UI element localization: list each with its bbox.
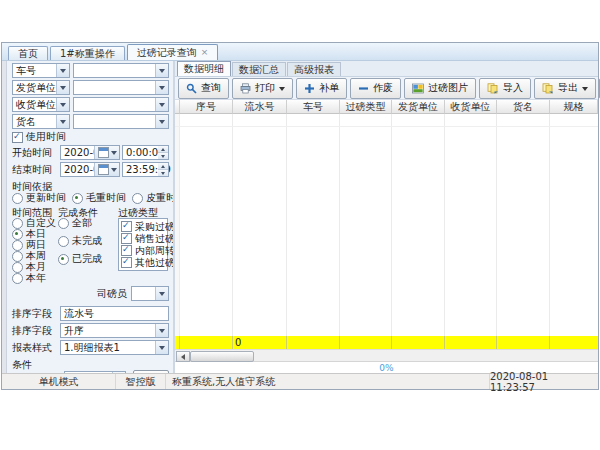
chevron-down-icon[interactable] <box>56 98 69 111</box>
sort-order-row: 排序字段 升序 <box>12 323 169 338</box>
filter-field-select-receiver[interactable]: 收货单位 <box>12 97 70 112</box>
filter-value-select-receiver[interactable] <box>73 97 169 112</box>
spin-up-icon <box>158 163 168 170</box>
query-button[interactable]: 查询 <box>178 78 229 99</box>
end-time-spinner[interactable] <box>158 162 169 177</box>
radio-icon <box>58 218 69 229</box>
radio-icon <box>12 273 23 284</box>
column-header[interactable]: 发货单位 <box>392 100 445 114</box>
export-button-label: 导出 <box>558 81 578 95</box>
column-header[interactable]: 流水号 <box>233 100 287 114</box>
sort-field-input[interactable]: 流水号 <box>60 306 169 321</box>
export-button[interactable]: 导出 <box>534 78 596 99</box>
chevron-down-icon[interactable] <box>112 372 125 373</box>
column-header[interactable]: 车号 <box>287 100 340 114</box>
completion-option[interactable]: 未完成 <box>58 236 118 246</box>
column-header[interactable]: 收货单位 <box>445 100 497 114</box>
sort-field-value: 流水号 <box>64 307 94 321</box>
import-button[interactable]: 导入 <box>479 78 531 99</box>
use-time-checkbox[interactable] <box>12 132 23 143</box>
time-basis-option[interactable]: 更新时间 <box>12 193 66 203</box>
supplement-order-button[interactable]: 补单 <box>296 78 347 99</box>
printer-icon <box>240 83 251 94</box>
column-header[interactable]: 货名 <box>497 100 550 114</box>
end-time-input[interactable]: 23:59:59 <box>122 162 158 177</box>
checkbox-icon <box>121 221 132 232</box>
weigh-type-option[interactable]: 内部周转 <box>121 245 165 256</box>
chevron-down-icon[interactable] <box>56 115 69 128</box>
chevron-down-icon[interactable] <box>155 287 168 300</box>
report-style-row: 报表样式 1.明细报表1 <box>12 340 169 355</box>
time-basis-options: 更新时间 毛重时间 皮重时间 <box>12 193 169 204</box>
chevron-down-icon[interactable] <box>155 98 168 111</box>
summary-cell <box>392 336 445 349</box>
spin-down-icon <box>158 170 168 176</box>
start-date-picker[interactable]: 2020-08-01 <box>60 145 120 160</box>
weigh-type-option[interactable]: 销售过磅 <box>121 233 165 244</box>
time-range-group: 时间范围 自定义 本日 两日 本周 本月 本年 <box>12 206 58 284</box>
sort-order-select[interactable]: 升序 <box>60 323 169 338</box>
summary-cell <box>550 336 598 349</box>
filter-field-select-goods[interactable]: 货名 <box>12 114 70 129</box>
column-header[interactable]: 过磅类型 <box>340 100 392 114</box>
close-icon[interactable]: × <box>201 48 209 57</box>
chevron-down-icon[interactable] <box>155 341 168 354</box>
filter-value-select-shipper[interactable] <box>73 80 169 95</box>
column-header[interactable]: 序号 <box>180 100 233 114</box>
filter-row-shipper: 发货单位 <box>12 80 169 95</box>
end-date-picker[interactable]: 2020-08-01 <box>60 162 120 177</box>
option-label: 全部 <box>72 216 92 230</box>
tab-data-detail[interactable]: 数据明细 <box>177 61 231 76</box>
completion-option[interactable]: 已完成 <box>58 254 118 264</box>
void-button[interactable]: 作废 <box>350 78 401 99</box>
tab-label: 数据汇总 <box>239 63 279 77</box>
report-style-select[interactable]: 1.明细报表1 <box>60 340 169 355</box>
chevron-down-icon[interactable] <box>56 64 69 77</box>
filter-field-select-vehicle[interactable]: 车号 <box>12 63 70 78</box>
scroll-left-arrow-icon[interactable] <box>176 351 190 362</box>
calendar-icon[interactable] <box>94 146 119 159</box>
start-time-row: 开始时间 2020-08-01 0:00:00 <box>12 145 169 160</box>
chevron-down-icon[interactable] <box>155 64 168 77</box>
weigh-photos-button[interactable]: 过磅图片 <box>404 78 476 99</box>
filter-field-select-shipper[interactable]: 发货单位 <box>12 80 70 95</box>
start-time-input[interactable]: 0:00:00 <box>122 145 158 160</box>
option-label: 毛重时间 <box>86 191 126 205</box>
time-basis-option[interactable]: 毛重时间 <box>72 193 126 203</box>
scale-operator-select[interactable] <box>131 286 169 301</box>
calendar-icon[interactable] <box>94 163 119 176</box>
horizontal-scrollbar[interactable] <box>175 349 598 361</box>
tab-weigh-record-query[interactable]: 过磅记录查询 × <box>127 44 219 60</box>
tab-advanced-report[interactable]: 高级报表 <box>287 62 341 76</box>
main-tab-bar: 首页 1#称重操作 过磅记录查询 × <box>2 43 598 61</box>
chevron-down-icon[interactable] <box>155 115 168 128</box>
scrollbar-thumb[interactable] <box>190 351 254 362</box>
status-edition: 智控版 <box>116 374 166 389</box>
print-button[interactable]: 打印 <box>232 78 293 99</box>
checkbox-icon <box>121 233 132 244</box>
start-time-label: 开始时间 <box>12 146 60 160</box>
time-range-option[interactable]: 本年 <box>12 273 58 283</box>
table-body[interactable] <box>175 114 598 336</box>
scale-operator-row: 司磅员 <box>97 286 169 301</box>
filter-value-select-goods[interactable] <box>73 114 169 129</box>
chevron-down-icon[interactable] <box>56 81 69 94</box>
spin-down-icon <box>158 153 168 159</box>
report-style-label: 报表样式 <box>12 341 60 355</box>
void-button-label: 作废 <box>373 81 393 95</box>
chevron-down-icon[interactable] <box>155 324 168 337</box>
completion-option[interactable]: 全部 <box>58 218 118 228</box>
tab-data-summary[interactable]: 数据汇总 <box>232 62 286 76</box>
filter-value-select-vehicle[interactable] <box>73 63 169 78</box>
column-header[interactable]: 规格 <box>550 100 598 114</box>
chevron-down-icon[interactable] <box>155 81 168 94</box>
condition-attribute-select[interactable]: 车号 <box>64 371 126 373</box>
import-button-label: 导入 <box>503 81 523 95</box>
tab-home[interactable]: 首页 <box>8 46 48 60</box>
weigh-type-option[interactable]: 采购过磅 <box>121 221 165 232</box>
tab-weighing-operation[interactable]: 1#称重操作 <box>50 46 125 60</box>
start-time-spinner[interactable] <box>158 145 169 160</box>
tab-weighing-operation-label: 1#称重操作 <box>60 47 115 61</box>
weigh-type-option[interactable]: 其他过磅 <box>121 257 165 268</box>
time-basis-option[interactable]: 皮重时间 <box>132 193 175 203</box>
